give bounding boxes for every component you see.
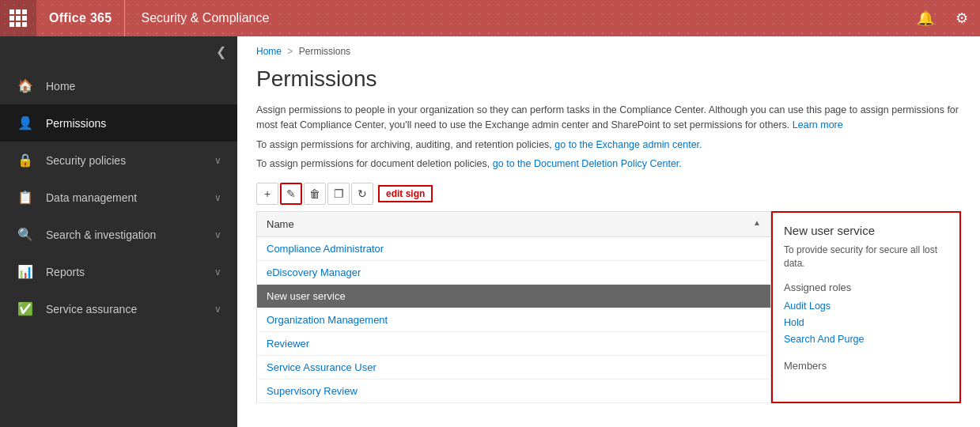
sidebar-item-search-label: Search & investigation <box>46 229 214 241</box>
description-1: Assign permissions to people in your org… <box>256 103 961 133</box>
lock-icon: 🔒 <box>16 153 35 168</box>
sort-icon: ▲ <box>753 218 761 227</box>
breadcrumb-current: Permissions <box>299 46 350 57</box>
role-audit-logs[interactable]: Audit Logs <box>784 298 948 315</box>
sidebar-item-data-management[interactable]: 📋 Data management ∨ <box>0 179 237 216</box>
row-supervisory-review[interactable]: Supervisory Review <box>257 380 771 403</box>
topbar-icons: 🔔 ⚙ <box>907 0 980 36</box>
office-label[interactable]: Office 365 <box>36 0 125 36</box>
name-column-header[interactable]: Name ▲ <box>257 212 771 237</box>
table-row[interactable]: Supervisory Review <box>257 380 771 403</box>
edit-sign-label: edit sign <box>378 185 433 202</box>
office-label-text: Office 365 <box>49 11 112 25</box>
sidebar-collapse-button[interactable]: ❮ <box>0 36 237 67</box>
chevron-down-icon-5: ∨ <box>214 304 221 315</box>
topbar: Office 365 Security & Compliance 🔔 ⚙ <box>0 0 980 36</box>
chevron-left-icon: ❮ <box>216 44 226 59</box>
table-row[interactable]: Organization Management <box>257 308 771 332</box>
desc1-text: Assign permissions to people in your org… <box>256 104 959 130</box>
sidebar-item-security-label: Security policies <box>46 154 214 167</box>
chevron-down-icon-2: ∨ <box>214 192 221 203</box>
app-title-text: Security & Compliance <box>141 11 269 25</box>
row-ediscovery[interactable]: eDiscovery Manager <box>257 261 771 285</box>
exchange-link[interactable]: go to the Exchange admin center. <box>554 139 702 150</box>
copy-button[interactable]: ❐ <box>327 183 350 205</box>
deletion-link[interactable]: go to the Document Deletion Policy Cente… <box>493 158 682 169</box>
sidebar-item-security-policies[interactable]: 🔒 Security policies ∨ <box>0 142 237 179</box>
role-hold[interactable]: Hold <box>784 315 948 331</box>
sidebar-item-reports[interactable]: 📊 Reports ∨ <box>0 253 237 290</box>
desc3-text: To assign permissions for document delet… <box>256 158 490 169</box>
chevron-down-icon-3: ∨ <box>214 229 221 240</box>
main-content: Home > Permissions Permissions Assign pe… <box>237 36 980 427</box>
sidebar-item-search[interactable]: 🔍 Search & investigation ∨ <box>0 216 237 253</box>
sidebar-item-permissions-label: Permissions <box>46 117 221 130</box>
chevron-down-icon-4: ∨ <box>214 266 221 278</box>
row-service-assurance-user[interactable]: Service Assurance User <box>257 356 771 380</box>
edit-button[interactable]: ✎ <box>280 183 302 205</box>
notification-button[interactable]: 🔔 <box>907 0 944 36</box>
table-row[interactable]: eDiscovery Manager <box>257 261 771 285</box>
breadcrumb-home[interactable]: Home <box>256 46 282 57</box>
search-icon: 🔍 <box>16 227 35 242</box>
table-container: Name ▲ Compliance Administrator eDiscove… <box>256 211 961 403</box>
content-area: Permissions Assign permissions to people… <box>237 60 980 422</box>
detail-title: New user service <box>784 224 948 237</box>
description-2: To assign permissions for archiving, aud… <box>256 138 961 153</box>
service-icon: ✅ <box>16 301 35 316</box>
members-label: Members <box>784 360 948 372</box>
permissions-icon: 👤 <box>16 115 35 130</box>
breadcrumb-separator: > <box>287 46 293 57</box>
learn-more-link[interactable]: Learn more <box>793 119 843 130</box>
add-button[interactable]: + <box>256 183 278 205</box>
sidebar-item-service-label: Service assurance <box>46 303 214 316</box>
breadcrumb: Home > Permissions <box>237 36 980 60</box>
role-search-purge[interactable]: Search And Purge <box>784 331 948 348</box>
delete-button[interactable]: 🗑 <box>304 183 326 205</box>
table-row-selected[interactable]: New user service <box>257 285 771 308</box>
sidebar-item-service-assurance[interactable]: ✅ Service assurance ∨ <box>0 290 237 327</box>
assigned-roles-label: Assigned roles <box>784 282 948 293</box>
waffle-button[interactable] <box>0 0 36 36</box>
sidebar-item-home-label: Home <box>46 80 221 93</box>
description-3: To assign permissions for document delet… <box>256 157 961 172</box>
toolbar: + ✎ 🗑 ❐ ↻ edit sign <box>256 183 961 205</box>
row-reviewer[interactable]: Reviewer <box>257 332 771 356</box>
detail-description: To provide security for secure all lost … <box>784 244 948 270</box>
waffle-icon <box>9 9 27 27</box>
data-icon: 📋 <box>16 190 35 205</box>
home-icon: 🏠 <box>16 78 35 93</box>
settings-button[interactable]: ⚙ <box>944 0 980 36</box>
chevron-down-icon: ∨ <box>214 155 221 166</box>
sidebar-item-data-label: Data management <box>46 191 214 204</box>
name-col-label: Name <box>267 218 294 230</box>
table-row[interactable]: Compliance Administrator <box>257 237 771 261</box>
sidebar-item-reports-label: Reports <box>46 266 214 278</box>
reports-icon: 📊 <box>16 264 35 279</box>
refresh-button[interactable]: ↻ <box>351 183 373 205</box>
desc2-text: To assign permissions for archiving, aud… <box>256 139 552 150</box>
sidebar: ❮ 🏠 Home 👤 Permissions 🔒 Security polici… <box>0 36 237 427</box>
row-new-user[interactable]: New user service <box>257 285 771 308</box>
page-title: Permissions <box>256 66 961 92</box>
app-title: Security & Compliance <box>125 11 907 25</box>
table-row[interactable]: Service Assurance User <box>257 356 771 380</box>
sidebar-item-home[interactable]: 🏠 Home <box>0 67 237 104</box>
table-row[interactable]: Reviewer <box>257 332 771 356</box>
role-table: Name ▲ Compliance Administrator eDiscove… <box>256 211 771 403</box>
layout: ❮ 🏠 Home 👤 Permissions 🔒 Security polici… <box>0 36 980 427</box>
detail-panel: New user service To provide security for… <box>771 211 961 403</box>
row-compliance-admin[interactable]: Compliance Administrator <box>257 237 771 261</box>
row-org-mgmt[interactable]: Organization Management <box>257 308 771 332</box>
sidebar-item-permissions[interactable]: 👤 Permissions <box>0 104 237 142</box>
